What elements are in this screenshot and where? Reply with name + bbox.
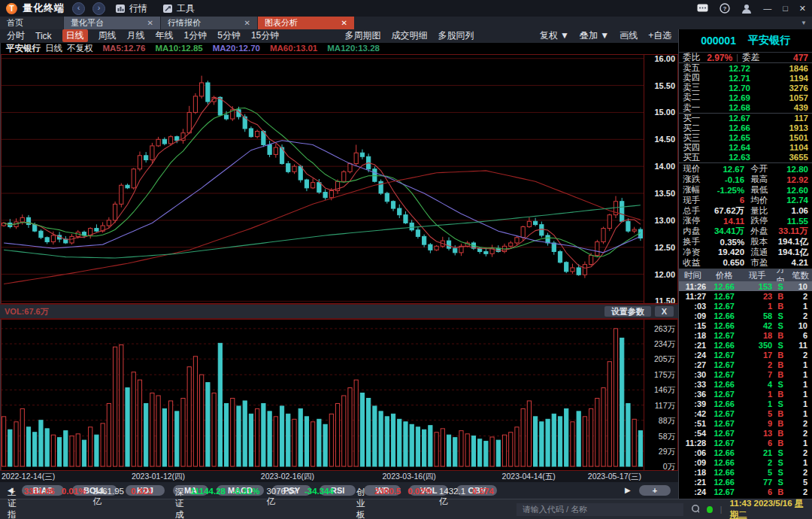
tick-time: :27 [679, 360, 706, 369]
ask-label: 卖一 [683, 102, 707, 114]
tick-row[interactable]: :2112.6677S5 [679, 477, 812, 487]
period-分时[interactable]: 分时 [7, 29, 25, 42]
tool-复权▼[interactable]: 复权 ▼ [540, 29, 569, 42]
tab-量化平台[interactable]: 量化平台✕ [64, 17, 160, 29]
ask-row[interactable]: 卖五12.721846 [679, 63, 812, 73]
period-日线[interactable]: 日线 [62, 29, 88, 42]
date-label: 2023-03-16(四) [382, 472, 435, 482]
index-上证指数[interactable]: 上证指数3311.060.01%2461.95亿0.321 [8, 487, 153, 519]
scroll-right-icon[interactable]: ▶ [625, 486, 631, 494]
tick-row[interactable]: :1812.6718B6 [679, 330, 812, 340]
tab-close-icon[interactable]: ✕ [341, 19, 347, 27]
stat-label: 涨停 [683, 215, 703, 226]
tick-row[interactable]: :4212.675B1 [679, 408, 812, 418]
tick-row[interactable]: :0912.662S1 [679, 457, 812, 467]
tool-+自选[interactable]: +自选 [648, 29, 671, 42]
stat-label: 外盘 [750, 226, 771, 237]
tick-row[interactable]: :2412.676B2 [679, 487, 812, 496]
svg-text:88万: 88万 [659, 416, 676, 425]
tick-row[interactable]: 11:2712.6723B2 [679, 291, 812, 301]
volume-chart-pane[interactable]: 263万234万205万175万146万117万88万58万29万0万 [0, 319, 678, 471]
help-icon[interactable]: ? [720, 3, 730, 14]
bid-row[interactable]: 买三12.651501 [679, 133, 812, 143]
index-创业板指[interactable]: 创业板指2300.50.02%1432.1亿0.574 [356, 487, 494, 519]
period-1分钟[interactable]: 1分钟 [184, 29, 208, 42]
back-icon[interactable]: ‹ [72, 2, 85, 15]
tick-row[interactable]: :2712.672B1 [679, 360, 812, 369]
view-多股同列[interactable]: 多股同列 [438, 29, 474, 42]
tick-row[interactable]: 11:2612.66153S10 [679, 281, 812, 291]
view-成交明细[interactable]: 成交明细 [392, 29, 428, 42]
tick-row[interactable]: :2112.66350S11 [679, 340, 812, 350]
tick-time: :21 [679, 341, 706, 350]
tick-direction: B [772, 360, 789, 369]
tick-col-header[interactable]: 时间 [679, 270, 706, 281]
period-周线[interactable]: 周线 [98, 29, 117, 42]
message-icon[interactable] [697, 4, 708, 13]
menu-tools[interactable]: 工具 [158, 2, 200, 15]
tick-row[interactable]: :5112.679B2 [679, 418, 812, 428]
bid-row[interactable]: 买一12.67117 [679, 114, 812, 123]
period-年线[interactable]: 年线 [156, 29, 174, 42]
tick-row[interactable]: :5412.6713B2 [679, 428, 812, 438]
tab-close-icon[interactable]: ✕ [244, 19, 250, 27]
maximize-button[interactable]: □ [783, 4, 788, 13]
index-深证成指[interactable]: 深证成指11144.28-0.31%3076.07亿-34.344 [175, 487, 334, 519]
tool-画线[interactable]: 画线 [620, 29, 638, 42]
tick-row[interactable]: :0312.671B1 [679, 301, 812, 311]
tick-row[interactable]: :3012.677B1 [679, 369, 812, 379]
search-icon[interactable] [691, 504, 700, 514]
bid-row[interactable]: 买四12.641104 [679, 143, 812, 153]
minimize-button[interactable]: — [763, 4, 771, 13]
add-indicator-button[interactable]: + [639, 485, 671, 496]
adjust-mode-label[interactable]: 不复权 [67, 43, 93, 54]
tick-count: 1 [789, 458, 812, 467]
forward-icon[interactable]: › [92, 2, 105, 15]
ask-row[interactable]: 卖二12.691057 [679, 93, 812, 102]
tab-首页[interactable]: 首页 [0, 17, 63, 29]
tick-row[interactable]: :3912.661S1 [679, 399, 812, 408]
tick-row[interactable]: :1512.6642S10 [679, 320, 812, 330]
stat-value: 14.11 [703, 217, 744, 226]
volume-pane-close-button[interactable]: X [655, 306, 674, 317]
period-15分钟[interactable]: 15分钟 [251, 29, 279, 42]
close-button[interactable]: ✕ [799, 4, 806, 14]
tick-row[interactable]: 11:2812.676B1 [679, 438, 812, 448]
tab-图表分析[interactable]: 图表分析✕ [258, 17, 354, 29]
tick-row[interactable]: :1812.665S2 [679, 467, 812, 477]
ask-row[interactable]: 卖四12.711194 [679, 73, 812, 83]
tick-row[interactable]: :0612.6621S2 [679, 448, 812, 457]
tab-行情报价[interactable]: 行情报价✕ [161, 17, 257, 29]
ask-row[interactable]: 卖三12.703276 [679, 83, 812, 93]
ask-row[interactable]: 卖一12.68439 [679, 102, 812, 112]
tab-overflow-icon[interactable]: ▼ [801, 20, 807, 26]
tick-row[interactable]: :2412.6717B2 [679, 350, 812, 360]
period-Tick[interactable]: Tick [35, 31, 52, 41]
period-5分钟[interactable]: 5分钟 [217, 29, 241, 42]
stock-stats: 现价12.67今开12.80涨跌-0.16最高12.92涨幅-1.25%最低12… [679, 162, 812, 269]
tick-time: 11:26 [679, 282, 706, 291]
tick-row[interactable]: :0912.6658S2 [679, 311, 812, 320]
stat-row: 换手0.35%股本194.1亿 [679, 237, 812, 247]
symbol-search-input[interactable] [517, 503, 683, 516]
tick-row[interactable]: :3312.664S1 [679, 379, 812, 389]
view-多周期图[interactable]: 多周期图 [345, 29, 381, 42]
menu-market[interactable]: 行情 [111, 2, 153, 15]
bid-row[interactable]: 买五12.633655 [679, 153, 812, 162]
volume-pane-header: VOL:67.6万 设置参数 X [0, 304, 678, 319]
tick-col-header[interactable]: 价格 [706, 270, 742, 281]
price-chart-pane[interactable]: 16.0015.5015.0014.5014.0013.5013.0012.50… [0, 54, 678, 304]
ask-price: 12.69 [707, 93, 772, 102]
user-icon[interactable] [741, 4, 752, 14]
quote-symbol-header[interactable]: 000001 平安银行 [679, 29, 812, 53]
tool-叠加▼[interactable]: 叠加 ▼ [580, 29, 609, 42]
tick-col-header[interactable]: 现手 [742, 270, 772, 281]
tick-col-header[interactable]: 笔数 [789, 270, 812, 281]
index-field: 2461.95亿 [92, 487, 124, 519]
settings-params-button[interactable]: 设置参数 [604, 306, 651, 317]
tick-price: 12.67 [706, 390, 742, 399]
bid-row[interactable]: 买二12.661913 [679, 123, 812, 133]
period-月线[interactable]: 月线 [127, 29, 145, 42]
tick-row[interactable]: :3612.671B1 [679, 389, 812, 399]
tab-close-icon[interactable]: ✕ [147, 19, 153, 27]
